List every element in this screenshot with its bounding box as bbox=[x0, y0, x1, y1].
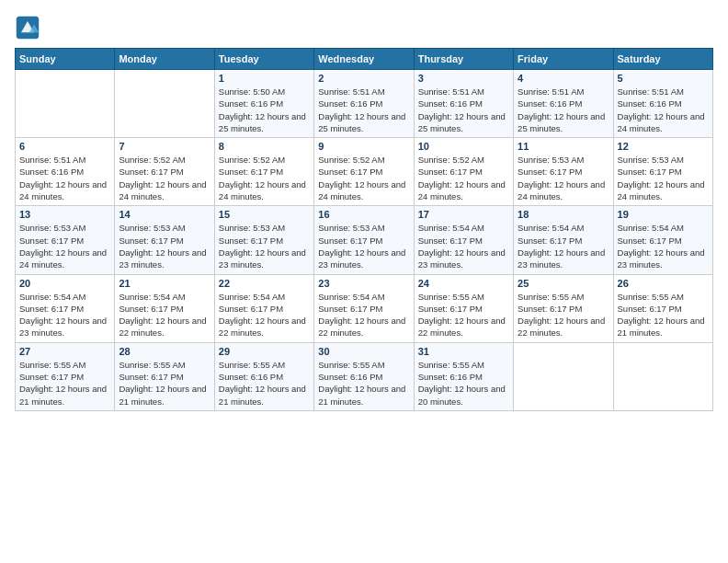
day-number: 10 bbox=[418, 141, 509, 152]
calendar-header-row: SundayMondayTuesdayWednesdayThursdayFrid… bbox=[16, 49, 713, 70]
day-number: 6 bbox=[19, 141, 110, 152]
day-info: Sunrise: 5:53 AMSunset: 6:17 PMDaylight:… bbox=[518, 154, 609, 202]
day-info: Sunrise: 5:53 AMSunset: 6:17 PMDaylight:… bbox=[119, 222, 210, 270]
day-info: Sunrise: 5:53 AMSunset: 6:17 PMDaylight:… bbox=[19, 222, 110, 270]
calendar-cell: 24Sunrise: 5:55 AMSunset: 6:17 PMDayligh… bbox=[414, 274, 513, 342]
day-number: 14 bbox=[119, 209, 210, 220]
calendar-cell: 17Sunrise: 5:54 AMSunset: 6:17 PMDayligh… bbox=[414, 206, 513, 274]
day-number: 7 bbox=[119, 141, 210, 152]
day-info: Sunrise: 5:51 AMSunset: 6:16 PMDaylight:… bbox=[618, 86, 709, 134]
day-info: Sunrise: 5:54 AMSunset: 6:17 PMDaylight:… bbox=[618, 222, 709, 270]
day-number: 8 bbox=[219, 141, 310, 152]
calendar-cell: 31Sunrise: 5:55 AMSunset: 6:16 PMDayligh… bbox=[414, 342, 513, 410]
day-info: Sunrise: 5:51 AMSunset: 6:16 PMDaylight:… bbox=[318, 86, 409, 134]
header-wednesday: Wednesday bbox=[314, 49, 414, 70]
calendar-cell: 9Sunrise: 5:52 AMSunset: 6:17 PMDaylight… bbox=[314, 138, 414, 206]
logo bbox=[15, 15, 44, 40]
day-info: Sunrise: 5:51 AMSunset: 6:16 PMDaylight:… bbox=[518, 86, 609, 134]
calendar-cell: 3Sunrise: 5:51 AMSunset: 6:16 PMDaylight… bbox=[414, 70, 513, 138]
day-info: Sunrise: 5:52 AMSunset: 6:17 PMDaylight:… bbox=[318, 154, 409, 202]
day-info: Sunrise: 5:54 AMSunset: 6:17 PMDaylight:… bbox=[518, 222, 609, 270]
calendar-cell bbox=[115, 70, 214, 138]
day-number: 11 bbox=[518, 141, 609, 152]
calendar-cell: 5Sunrise: 5:51 AMSunset: 6:16 PMDaylight… bbox=[613, 70, 712, 138]
calendar-cell: 15Sunrise: 5:53 AMSunset: 6:17 PMDayligh… bbox=[214, 206, 313, 274]
calendar-cell: 12Sunrise: 5:53 AMSunset: 6:17 PMDayligh… bbox=[613, 138, 712, 206]
calendar-cell: 27Sunrise: 5:55 AMSunset: 6:17 PMDayligh… bbox=[16, 342, 115, 410]
calendar-cell: 21Sunrise: 5:54 AMSunset: 6:17 PMDayligh… bbox=[115, 274, 214, 342]
header-monday: Monday bbox=[115, 49, 214, 70]
header bbox=[15, 15, 713, 40]
calendar-cell: 10Sunrise: 5:52 AMSunset: 6:17 PMDayligh… bbox=[414, 138, 513, 206]
calendar-cell: 11Sunrise: 5:53 AMSunset: 6:17 PMDayligh… bbox=[514, 138, 613, 206]
day-info: Sunrise: 5:55 AMSunset: 6:16 PMDaylight:… bbox=[318, 359, 409, 408]
calendar-cell: 26Sunrise: 5:55 AMSunset: 6:17 PMDayligh… bbox=[613, 274, 712, 342]
day-number: 16 bbox=[318, 209, 409, 220]
day-info: Sunrise: 5:53 AMSunset: 6:17 PMDaylight:… bbox=[219, 222, 310, 270]
day-info: Sunrise: 5:55 AMSunset: 6:16 PMDaylight:… bbox=[219, 359, 310, 408]
calendar-cell: 23Sunrise: 5:54 AMSunset: 6:17 PMDayligh… bbox=[314, 274, 414, 342]
day-number: 28 bbox=[119, 346, 210, 357]
calendar-cell: 22Sunrise: 5:54 AMSunset: 6:17 PMDayligh… bbox=[214, 274, 313, 342]
day-info: Sunrise: 5:52 AMSunset: 6:17 PMDaylight:… bbox=[418, 154, 509, 202]
day-number: 15 bbox=[219, 209, 310, 220]
calendar-cell: 25Sunrise: 5:55 AMSunset: 6:17 PMDayligh… bbox=[514, 274, 613, 342]
day-info: Sunrise: 5:55 AMSunset: 6:17 PMDaylight:… bbox=[618, 291, 709, 339]
calendar-cell: 28Sunrise: 5:55 AMSunset: 6:17 PMDayligh… bbox=[115, 342, 214, 410]
day-number: 1 bbox=[219, 73, 310, 84]
day-info: Sunrise: 5:53 AMSunset: 6:17 PMDaylight:… bbox=[318, 222, 409, 270]
day-info: Sunrise: 5:50 AMSunset: 6:16 PMDaylight:… bbox=[219, 86, 310, 134]
calendar-cell: 1Sunrise: 5:50 AMSunset: 6:16 PMDaylight… bbox=[214, 70, 313, 138]
calendar-table: SundayMondayTuesdayWednesdayThursdayFrid… bbox=[15, 48, 713, 411]
day-number: 27 bbox=[19, 346, 110, 357]
day-info: Sunrise: 5:53 AMSunset: 6:17 PMDaylight:… bbox=[618, 154, 709, 202]
header-thursday: Thursday bbox=[414, 49, 513, 70]
header-friday: Friday bbox=[514, 49, 613, 70]
calendar-cell: 2Sunrise: 5:51 AMSunset: 6:16 PMDaylight… bbox=[314, 70, 414, 138]
calendar-cell: 6Sunrise: 5:51 AMSunset: 6:16 PMDaylight… bbox=[16, 138, 115, 206]
day-number: 30 bbox=[318, 346, 409, 357]
day-number: 9 bbox=[318, 141, 409, 152]
day-number: 3 bbox=[418, 73, 509, 84]
day-number: 25 bbox=[518, 278, 609, 289]
calendar-cell: 8Sunrise: 5:52 AMSunset: 6:17 PMDaylight… bbox=[214, 138, 313, 206]
day-number: 20 bbox=[19, 278, 110, 289]
day-info: Sunrise: 5:52 AMSunset: 6:17 PMDaylight:… bbox=[119, 154, 210, 202]
day-number: 17 bbox=[418, 209, 509, 220]
calendar-cell: 18Sunrise: 5:54 AMSunset: 6:17 PMDayligh… bbox=[514, 206, 613, 274]
calendar-cell: 14Sunrise: 5:53 AMSunset: 6:17 PMDayligh… bbox=[115, 206, 214, 274]
calendar-cell: 30Sunrise: 5:55 AMSunset: 6:16 PMDayligh… bbox=[314, 342, 414, 410]
day-info: Sunrise: 5:54 AMSunset: 6:17 PMDaylight:… bbox=[318, 291, 409, 339]
day-number: 2 bbox=[318, 73, 409, 84]
day-info: Sunrise: 5:52 AMSunset: 6:17 PMDaylight:… bbox=[219, 154, 310, 202]
header-saturday: Saturday bbox=[613, 49, 712, 70]
day-info: Sunrise: 5:54 AMSunset: 6:17 PMDaylight:… bbox=[119, 291, 210, 339]
week-row-2: 6Sunrise: 5:51 AMSunset: 6:16 PMDaylight… bbox=[16, 138, 713, 206]
page-container: SundayMondayTuesdayWednesdayThursdayFrid… bbox=[15, 15, 713, 411]
day-info: Sunrise: 5:51 AMSunset: 6:16 PMDaylight:… bbox=[418, 86, 509, 134]
day-number: 31 bbox=[418, 346, 509, 357]
day-number: 22 bbox=[219, 278, 310, 289]
day-info: Sunrise: 5:54 AMSunset: 6:17 PMDaylight:… bbox=[19, 291, 110, 339]
logo-icon bbox=[15, 15, 40, 40]
week-row-5: 27Sunrise: 5:55 AMSunset: 6:17 PMDayligh… bbox=[16, 342, 713, 410]
calendar-cell: 7Sunrise: 5:52 AMSunset: 6:17 PMDaylight… bbox=[115, 138, 214, 206]
header-tuesday: Tuesday bbox=[214, 49, 313, 70]
day-info: Sunrise: 5:55 AMSunset: 6:17 PMDaylight:… bbox=[19, 359, 110, 408]
day-number: 21 bbox=[119, 278, 210, 289]
calendar-cell bbox=[16, 70, 115, 138]
calendar-cell: 19Sunrise: 5:54 AMSunset: 6:17 PMDayligh… bbox=[613, 206, 712, 274]
calendar-cell bbox=[514, 342, 613, 410]
week-row-3: 13Sunrise: 5:53 AMSunset: 6:17 PMDayligh… bbox=[16, 206, 713, 274]
day-info: Sunrise: 5:55 AMSunset: 6:16 PMDaylight:… bbox=[418, 359, 509, 408]
week-row-4: 20Sunrise: 5:54 AMSunset: 6:17 PMDayligh… bbox=[16, 274, 713, 342]
calendar-cell: 20Sunrise: 5:54 AMSunset: 6:17 PMDayligh… bbox=[16, 274, 115, 342]
header-sunday: Sunday bbox=[16, 49, 115, 70]
calendar-cell bbox=[613, 342, 712, 410]
day-number: 12 bbox=[618, 141, 709, 152]
day-info: Sunrise: 5:55 AMSunset: 6:17 PMDaylight:… bbox=[518, 291, 609, 339]
day-info: Sunrise: 5:51 AMSunset: 6:16 PMDaylight:… bbox=[19, 154, 110, 202]
calendar-cell: 29Sunrise: 5:55 AMSunset: 6:16 PMDayligh… bbox=[214, 342, 313, 410]
calendar-cell: 16Sunrise: 5:53 AMSunset: 6:17 PMDayligh… bbox=[314, 206, 414, 274]
calendar-cell: 13Sunrise: 5:53 AMSunset: 6:17 PMDayligh… bbox=[16, 206, 115, 274]
